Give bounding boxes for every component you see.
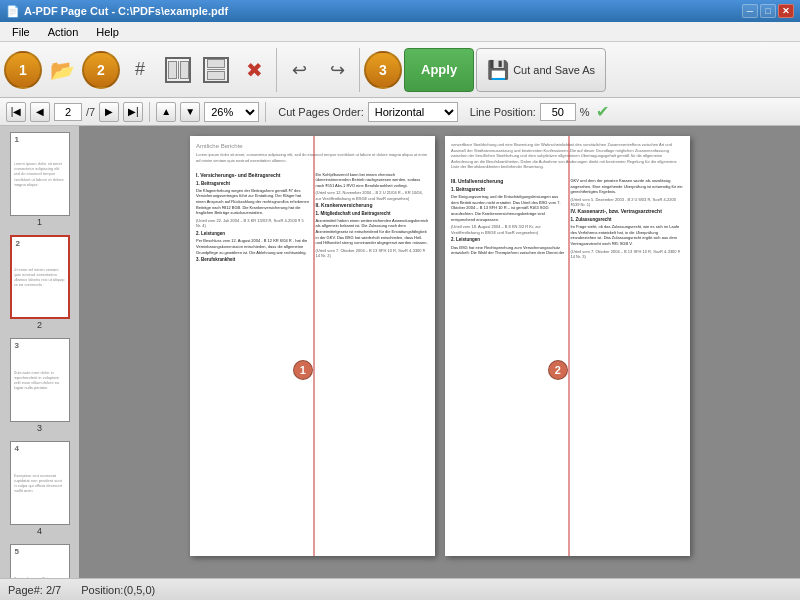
grid-button[interactable]: # bbox=[122, 48, 158, 92]
step2-label: 2 bbox=[97, 62, 105, 78]
thumb-page-1[interactable]: 1 Lorem ipsum dolor sit amet consectetur… bbox=[4, 130, 75, 229]
cut-save-label: Cut and Save As bbox=[513, 64, 595, 76]
thumb-num-4: 4 bbox=[15, 444, 19, 453]
step3-button[interactable]: 3 bbox=[364, 51, 402, 89]
left-page-text: Amtliche Berichte Lorem ipsum dolor sit … bbox=[190, 136, 435, 270]
thumb-num-3: 3 bbox=[15, 341, 19, 350]
thumb-page-3[interactable]: 3 Duis aute irure dolor in reprehenderit… bbox=[4, 336, 75, 435]
page-info: Page#: 2/7 bbox=[8, 584, 61, 596]
menu-bar: File Action Help bbox=[0, 22, 800, 42]
step3-label: 3 bbox=[379, 62, 387, 78]
step2-button[interactable]: 2 bbox=[82, 51, 120, 89]
main-content: 1 Lorem ipsum dolor sit amet consectetur… bbox=[0, 126, 800, 578]
split-horizontal-icon bbox=[203, 57, 229, 83]
position-info: Position:(0,5,0) bbox=[81, 584, 155, 596]
thumb-page-5[interactable]: 5 Sunt culpa qui officia deserunt laboru… bbox=[4, 542, 75, 578]
undo-button[interactable]: ↩ bbox=[281, 48, 317, 92]
total-pages: /7 bbox=[86, 106, 95, 118]
menu-help[interactable]: Help bbox=[88, 24, 127, 40]
title-bar-left: 📄 A-PDF Page Cut - C:\PDFs\example.pdf bbox=[6, 5, 228, 18]
apply-button[interactable]: Apply bbox=[404, 48, 474, 92]
nav-sep2 bbox=[265, 102, 266, 122]
right-page-text: vorwerfbare Strafdrohung und eine Bewert… bbox=[445, 136, 690, 266]
save-icon: 💾 bbox=[487, 59, 509, 81]
badge-1[interactable]: 1 bbox=[293, 360, 313, 380]
minimize-button[interactable]: ─ bbox=[742, 4, 758, 18]
thumb-label-2: 2 bbox=[37, 320, 42, 330]
redo-button[interactable]: ↪ bbox=[319, 48, 355, 92]
close-button[interactable]: ✕ bbox=[778, 4, 794, 18]
nav-bar: |◀ ◀ /7 ▶ ▶| ▲ ▼ 10%15%20%25% 26%33%50% … bbox=[0, 98, 800, 126]
title-bar-text: A-PDF Page Cut - C:\PDFs\example.pdf bbox=[24, 5, 228, 17]
menu-file[interactable]: File bbox=[4, 24, 38, 40]
line-pos-unit: % bbox=[580, 106, 590, 118]
delete-cut-button[interactable]: ✖ bbox=[236, 48, 272, 92]
delete-icon: ✖ bbox=[246, 58, 263, 82]
open-file-button[interactable]: 📂 bbox=[44, 48, 80, 92]
line-position-input[interactable] bbox=[540, 103, 576, 121]
grid-icon: # bbox=[135, 59, 145, 80]
title-bar: 📄 A-PDF Page Cut - C:\PDFs\example.pdf ─… bbox=[0, 0, 800, 22]
next-page-button[interactable]: ▶ bbox=[99, 102, 119, 122]
thumb-num-1: 1 bbox=[15, 135, 19, 144]
thumb-num-5: 5 bbox=[15, 547, 19, 556]
thumb-label-1: 1 bbox=[37, 217, 42, 227]
confirm-checkmark[interactable]: ✔ bbox=[596, 102, 609, 121]
maximize-button[interactable]: □ bbox=[760, 4, 776, 18]
zoom-out-button[interactable]: ▼ bbox=[180, 102, 200, 122]
prev-page-button[interactable]: ◀ bbox=[30, 102, 50, 122]
last-page-button[interactable]: ▶| bbox=[123, 102, 143, 122]
right-page: 2 vorwerfbare Strafdrohung und eine Bewe… bbox=[445, 136, 690, 556]
split-horiz-button[interactable] bbox=[198, 48, 234, 92]
toolbar: 1 📂 2 # ✖ bbox=[0, 42, 800, 98]
folder-open-icon: 📂 bbox=[50, 58, 75, 82]
zoom-select[interactable]: 10%15%20%25% 26%33%50% 75%100% bbox=[204, 102, 259, 122]
split-vertical-icon bbox=[165, 57, 191, 83]
step1-button[interactable]: 1 bbox=[4, 51, 42, 89]
app-icon: 📄 bbox=[6, 5, 20, 18]
cut-order-select[interactable]: Horizontal Vertical bbox=[368, 102, 458, 122]
thumb-label-3: 3 bbox=[37, 423, 42, 433]
nav-sep1 bbox=[149, 102, 150, 122]
thumb-num-2: 2 bbox=[16, 239, 20, 248]
cut-order-label: Cut Pages Order: bbox=[278, 106, 364, 118]
line-pos-label: Line Position: bbox=[470, 106, 536, 118]
status-bar: Page#: 2/7 Position:(0,5,0) bbox=[0, 578, 800, 600]
thumb-label-4: 4 bbox=[37, 526, 42, 536]
page-number-input[interactable] bbox=[54, 103, 82, 121]
menu-action[interactable]: Action bbox=[40, 24, 87, 40]
cut-save-button[interactable]: 💾 Cut and Save As bbox=[476, 48, 606, 92]
thumbnail-panel: 1 Lorem ipsum dolor sit amet consectetur… bbox=[0, 126, 80, 578]
toolbar-sep1 bbox=[276, 48, 277, 92]
zoom-in-button[interactable]: ▲ bbox=[156, 102, 176, 122]
redo-icon: ↪ bbox=[330, 59, 345, 81]
split-vert-button[interactable] bbox=[160, 48, 196, 92]
doc-area: 1 Amtliche Berichte Lorem ipsum dolor si… bbox=[80, 126, 800, 578]
toolbar-sep2 bbox=[359, 48, 360, 92]
thumb-page-2[interactable]: 2 Ut enim ad minim veniam quis nostrud e… bbox=[4, 233, 75, 332]
undo-icon: ↩ bbox=[292, 59, 307, 81]
thumb-page-4[interactable]: 4 Excepteur sint occaecat cupidatat non … bbox=[4, 439, 75, 538]
badge-2[interactable]: 2 bbox=[548, 360, 568, 380]
first-page-button[interactable]: |◀ bbox=[6, 102, 26, 122]
step1-label: 1 bbox=[19, 62, 27, 78]
title-bar-controls: ─ □ ✕ bbox=[742, 4, 794, 18]
left-page: 1 Amtliche Berichte Lorem ipsum dolor si… bbox=[190, 136, 435, 556]
